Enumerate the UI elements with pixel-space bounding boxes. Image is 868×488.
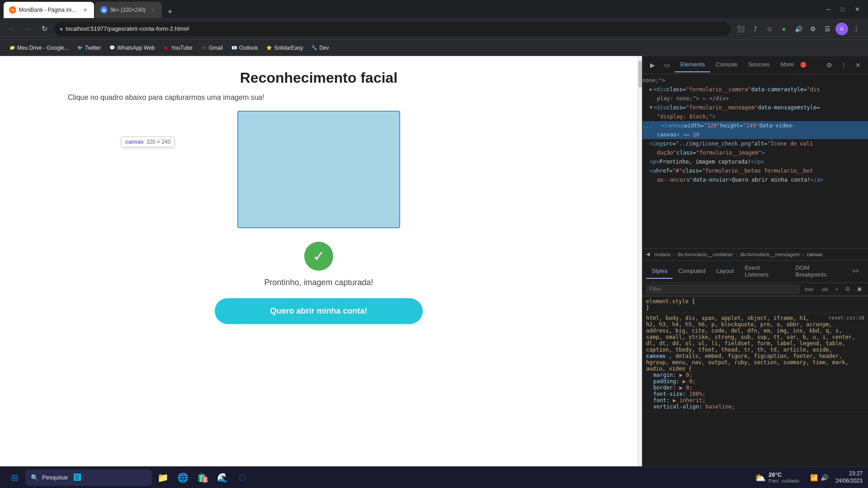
volume-icon[interactable]: 🔊: [821, 474, 828, 481]
styles-filter-input[interactable]: [646, 285, 799, 294]
reset-css-source: reset.css:18: [829, 315, 864, 321]
tab-9k[interactable]: ◉ 9k= (320×240) ✕: [95, 2, 162, 18]
bookmark-google-drive[interactable]: 📁 Meu Drive - Google...: [5, 43, 72, 53]
taskbar-file-explorer[interactable]: 📁: [154, 469, 172, 487]
success-icon-circle: ✓: [304, 242, 333, 271]
minimize-button[interactable]: ─: [823, 4, 834, 14]
vscode-icon: □: [240, 472, 245, 483]
bookmark-youtube[interactable]: ▶ YouTube: [160, 43, 196, 53]
audio-icon[interactable]: 🔊: [792, 23, 805, 35]
tree-line-7[interactable]: <img src="../img/icone_check.png" alt="Í…: [642, 139, 868, 148]
breadcrumb-item-1[interactable]: div.formulario__container: [676, 251, 735, 258]
prop-vertical-align: vertical-align: baseline;: [646, 404, 864, 410]
camera-canvas[interactable]: [237, 111, 400, 228]
screen-record-icon[interactable]: ⬛: [734, 23, 747, 35]
tree-line-9[interactable]: <p> Prontinho, imagem capturada! </p>: [642, 157, 868, 166]
extension-icon[interactable]: ●: [778, 23, 790, 35]
taskbar-store[interactable]: 🛍️: [193, 469, 212, 487]
bookmark-gmail[interactable]: ✉ Gmail: [197, 43, 226, 53]
maximize-button[interactable]: □: [837, 4, 848, 14]
bookmark-outlook[interactable]: 📧 Outlook: [227, 43, 261, 53]
tab-close-1[interactable]: ✕: [81, 6, 89, 14]
start-button[interactable]: ⊞: [5, 469, 24, 487]
taskbar-browser[interactable]: 🌐: [174, 469, 192, 487]
refresh-button[interactable]: ↻: [38, 23, 51, 35]
breadcrumb-item-2[interactable]: div.formulario__mensagem: [738, 251, 802, 258]
devtools-html-tree: none;"> ▶ <div class="formulario__camera…: [642, 74, 868, 466]
taskbar-vscode[interactable]: □: [233, 469, 251, 487]
bookmark-twitter[interactable]: 🐦 Twitter: [73, 43, 104, 53]
whatsapp-icon: 💬: [109, 45, 115, 51]
layout-label: Layout: [716, 267, 734, 274]
devtools-tab-console[interactable]: Console: [710, 57, 743, 72]
devtools-settings-icon[interactable]: ⚙: [823, 59, 835, 71]
devtools-mobile-icon[interactable]: ▭: [660, 59, 673, 71]
page-scroll-thumb[interactable]: [638, 61, 642, 88]
devtools-tab-elements[interactable]: Elements: [675, 57, 710, 72]
tree-line-3[interactable]: ▼ <div class="formulario__mensagem" data…: [642, 103, 868, 112]
devtools-cursor-icon[interactable]: ▶: [646, 59, 659, 71]
network-icon[interactable]: 📶: [810, 474, 818, 481]
styles-tab-layout[interactable]: Layout: [711, 264, 739, 279]
tree-line-11[interactable]: ao--ancora" data-enviar> Quero abrir min…: [642, 175, 868, 184]
page-scrollbar[interactable]: [637, 56, 642, 466]
taskbar-search[interactable]: 🔍 Pesquisar 🅱: [25, 469, 152, 486]
tree-line-8[interactable]: dação" class="formulario__imagem" >: [642, 148, 868, 157]
bookmark-whatsapp[interactable]: 💬 WhatsApp Web: [105, 43, 158, 53]
back-button[interactable]: ←: [5, 23, 18, 35]
devtools-more-icon[interactable]: ⋮: [837, 59, 850, 71]
taskbar-time[interactable]: 23:27 24/06/2023: [835, 470, 863, 484]
tree-line-2[interactable]: play: none;"> ↔ </div>: [642, 94, 868, 103]
notification-badge: 2: [800, 62, 807, 68]
style-options-button[interactable]: ☰: [843, 285, 853, 293]
tree-line-0[interactable]: none;">: [642, 76, 868, 85]
tree-line-5-selected[interactable]: ... <canvas width="320" height="240" dat…: [642, 121, 868, 130]
styles-tab-computed[interactable]: Computed: [673, 264, 711, 279]
tooltip-tag: canvas: [125, 139, 144, 145]
breadcrumb-item-3[interactable]: canvas: [805, 251, 825, 258]
taskbar-edge[interactable]: 🌊: [213, 469, 231, 487]
address-bar[interactable]: ● localhost:51977/pages/abrir-conta-form…: [54, 22, 731, 36]
hov-button[interactable]: :hov: [801, 286, 816, 293]
weather-widget[interactable]: ⛅ 26°C Parc. nublado: [751, 471, 803, 483]
puzzle-icon[interactable]: ⚙: [807, 23, 819, 35]
new-rule-button[interactable]: ▣: [854, 285, 864, 293]
open-account-button[interactable]: Quero abrir minha conta!: [215, 298, 423, 324]
window-controls: ─ □ ✕: [823, 4, 864, 14]
breadcrumb-arrow[interactable]: ◀: [646, 251, 650, 257]
profile-icon[interactable]: A: [835, 23, 848, 35]
share-icon[interactable]: ⤴: [749, 23, 761, 35]
devtools-tab-more[interactable]: More: [775, 57, 800, 72]
sidebar-toggle[interactable]: ☰: [821, 23, 834, 35]
breadcrumb-item-0[interactable]: mulario: [652, 251, 672, 258]
tree-line-10[interactable]: <a href="#" class="formulario__botao for…: [642, 166, 868, 175]
new-tab-button[interactable]: +: [164, 5, 176, 18]
devtools-tab-sources[interactable]: Sources: [743, 57, 775, 72]
tree-line-1[interactable]: ▶ <div class="formulario__camera" data-c…: [642, 85, 868, 94]
page-title: Reconhecimento facial: [240, 70, 398, 86]
tree-line-6-selected[interactable]: canvas> == $0: [642, 130, 868, 139]
google-drive-icon: 📁: [9, 45, 15, 51]
forward-button[interactable]: →: [22, 23, 34, 35]
file-explorer-icon: 📁: [157, 472, 169, 483]
reset-css-source-line: html, body, div, span, applet, object, i…: [646, 315, 864, 321]
styles-tab-more[interactable]: >>: [847, 264, 864, 279]
menu-icon[interactable]: ⋮: [850, 23, 863, 35]
bookmark-solidareasy[interactable]: ⭐ SolidarEasy: [262, 43, 307, 53]
tab-monibank[interactable]: M MoniBank - Página inicial ✕: [4, 2, 94, 18]
bookmark-dev[interactable]: 🔧 Dev: [307, 43, 332, 53]
close-button[interactable]: ✕: [852, 4, 863, 14]
html-tree-view[interactable]: none;"> ▶ <div class="formulario__camera…: [642, 74, 868, 248]
tab-close-2[interactable]: ✕: [149, 6, 156, 14]
store-icon: 🛍️: [197, 472, 208, 483]
devtools-close-icon[interactable]: ✕: [852, 59, 864, 71]
add-style-button[interactable]: +: [833, 286, 841, 293]
styles-tab-styles[interactable]: Styles: [646, 264, 673, 279]
element-style-rule: element.style {: [646, 298, 864, 305]
styles-tab-group: Styles Computed Layout Event Listeners D…: [642, 261, 868, 283]
tree-line-4[interactable]: "display: block;" >: [642, 112, 868, 121]
bookmark-icon[interactable]: ☆: [763, 23, 776, 35]
cls-button[interactable]: .cls: [818, 286, 831, 293]
styles-tab-event-listeners[interactable]: Event Listeners: [739, 261, 790, 282]
styles-tab-dom-breakpoints[interactable]: DOM Breakpoints: [790, 261, 847, 282]
